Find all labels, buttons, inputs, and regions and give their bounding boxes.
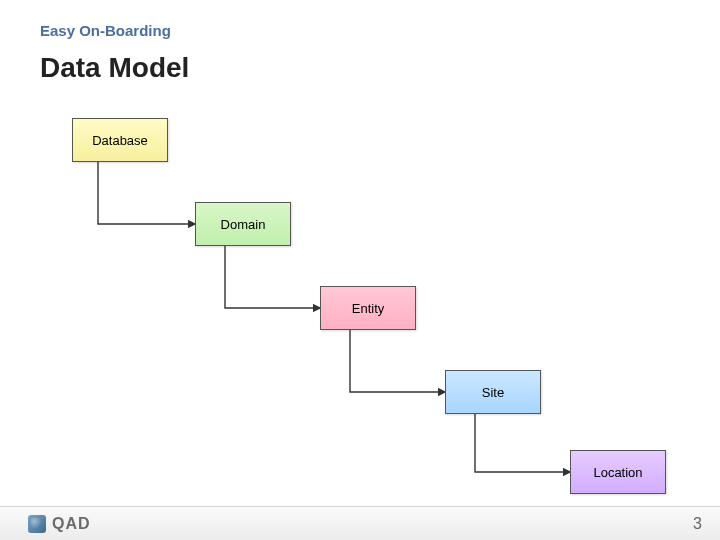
brand-logo: QAD <box>28 515 91 533</box>
node-entity: Entity <box>320 286 416 330</box>
footer-bar: QAD 3 <box>0 506 720 540</box>
node-location: Location <box>570 450 666 494</box>
page-number: 3 <box>693 515 702 533</box>
slide: { "header": { "subtitle": "Easy On-Board… <box>0 0 720 540</box>
node-database: Database <box>72 118 168 162</box>
node-site: Site <box>445 370 541 414</box>
hierarchy-diagram: Database Domain Entity Site Location <box>0 0 720 540</box>
node-domain: Domain <box>195 202 291 246</box>
logo-icon <box>28 515 46 533</box>
logo-text: QAD <box>52 515 91 533</box>
